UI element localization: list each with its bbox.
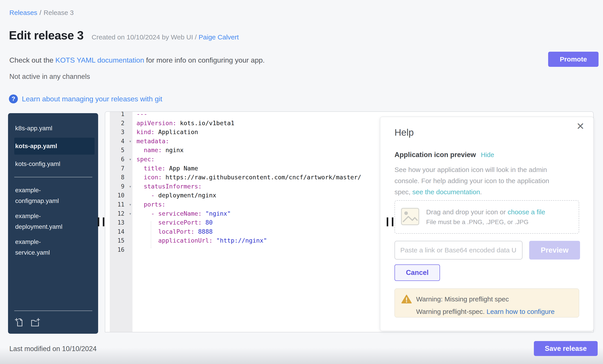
dropzone-requirements: File must be a .PNG, .JPEG, or .JPG — [426, 219, 545, 226]
cancel-button[interactable]: Cancel — [394, 265, 440, 281]
gutter-line: 10 — [110, 191, 132, 200]
gutter-line: 2 — [110, 119, 132, 128]
created-meta: Created on 10/10/2024 by Web UI / Paige … — [92, 33, 239, 41]
gutter-line: 14 — [110, 227, 132, 236]
new-folder-icon — [30, 325, 40, 328]
git-help-row: ? Learn about managing your releases wit… — [9, 94, 162, 103]
close-icon[interactable]: ✕ — [576, 121, 584, 132]
gutter-line: 1 — [110, 111, 132, 119]
gutter-line: 6▾ — [110, 155, 132, 164]
icon-dropzone[interactable]: Drag and drop your icon or choose a file… — [394, 200, 579, 234]
indent-guide — [151, 221, 151, 248]
resize-grip-bar — [392, 217, 393, 226]
resize-grip-bar — [387, 217, 388, 226]
docs-line-before: Check out the — [9, 56, 55, 64]
author-link[interactable]: Paige Calvert — [199, 33, 239, 41]
breadcrumb-current: Release 3 — [44, 9, 74, 16]
fold-arrow-icon[interactable]: ▾ — [129, 137, 132, 146]
gutter-line: 3 — [110, 128, 132, 137]
dropzone-text: Drag and drop your icon or choose a file… — [426, 208, 545, 226]
sidebar-bottom-bar — [14, 310, 92, 334]
gutter-line: 5 — [110, 146, 132, 155]
help-panel: ✕ Help Application icon preview Hide See… — [380, 117, 594, 331]
docs-line-after: for more info on configuring your app. — [144, 56, 265, 64]
icon-preview-title: Application icon preview — [394, 151, 476, 159]
image-placeholder-icon — [401, 208, 419, 226]
preflight-warning-box: Warning: Missing preflight spec Warning … — [394, 288, 579, 318]
file-item-k8s-app.yaml[interactable]: k8s-app.yaml — [8, 121, 98, 136]
gutter-line: 4▾ — [110, 137, 132, 146]
page-title: Edit release 3 — [9, 29, 84, 42]
warning-triangle-icon — [401, 295, 412, 305]
editor-gutter-lines: 1234▾56▾789▾1011▾12▾13141516 — [110, 111, 132, 254]
file-item-example-deployment.yaml[interactable]: example-deployment.yaml — [8, 209, 98, 234]
created-meta-text: Created on 10/10/2024 by Web UI / — [92, 33, 197, 41]
gutter-line: 8 — [110, 173, 132, 182]
gutter-line: 16 — [110, 245, 132, 254]
see-documentation-link[interactable]: see the documentation — [412, 188, 480, 196]
gutter-line: 13 — [110, 218, 132, 227]
fold-arrow-icon[interactable]: ▾ — [129, 209, 132, 218]
channel-status: Not active in any channels — [9, 73, 90, 81]
gutter-line: 9▾ — [110, 182, 132, 191]
file-list-top: k8s-app.yamlkots-app.yamlkots-config.yam… — [8, 121, 98, 172]
file-list-examples: example-configmap.yamlexample-deployment… — [8, 183, 98, 260]
git-releases-link[interactable]: Learn about managing your releases with … — [22, 95, 162, 103]
preview-button[interactable]: Preview — [529, 241, 580, 260]
kots-yaml-docs-link[interactable]: KOTS YAML documentation — [55, 56, 144, 64]
resize-grip-bar — [98, 217, 99, 226]
help-panel-title: Help — [394, 127, 414, 138]
warning-body-text: Warning preflight-spec. — [416, 308, 487, 315]
gutter-line: 11▾ — [110, 200, 132, 209]
file-item-example-service.yaml[interactable]: example-service.yaml — [8, 234, 98, 260]
gutter-line: 15 — [110, 236, 132, 245]
new-folder-button[interactable] — [30, 318, 40, 327]
breadcrumb-separator: / — [39, 9, 41, 16]
resize-grip-bar — [103, 217, 104, 226]
choose-file-link[interactable]: choose a file — [508, 208, 545, 216]
hide-link[interactable]: Hide — [481, 151, 494, 159]
title-row: Edit release 3 Created on 10/10/2024 by … — [9, 29, 239, 42]
gutter-line: 12▾ — [110, 209, 132, 218]
icon-preview-description: See how your application icon will look … — [394, 164, 564, 198]
file-item-kots-app.yaml[interactable]: kots-app.yaml — [14, 138, 94, 154]
fold-arrow-icon[interactable]: ▾ — [129, 155, 132, 164]
page: { "colors": { "accent": "#7370f0", "acce… — [0, 0, 603, 364]
file-item-example-configmap.yaml[interactable]: example-configmap.yaml — [8, 183, 98, 209]
file-tree-divider — [14, 177, 92, 177]
fold-arrow-icon[interactable]: ▾ — [129, 182, 132, 191]
icon-preview-section-header: Application icon preview Hide — [394, 151, 494, 159]
docs-line: Check out the KOTS YAML documentation fo… — [9, 56, 265, 64]
new-file-button[interactable] — [14, 318, 24, 327]
icon-preview-description-period: . — [480, 188, 482, 196]
dropzone-instruction: Drag and drop your icon or — [426, 208, 508, 216]
save-release-button[interactable]: Save release — [534, 341, 598, 356]
icon-url-input[interactable] — [394, 241, 522, 260]
warning-title: Warning: Missing preflight spec — [416, 295, 509, 303]
breadcrumb-releases-link[interactable]: Releases — [9, 9, 37, 16]
file-item-kots-config.yaml[interactable]: kots-config.yaml — [8, 156, 98, 172]
question-mark-icon: ? — [9, 94, 18, 103]
warning-body: Warning preflight-spec. Learn how to con… — [416, 308, 555, 315]
fold-arrow-icon[interactable]: ▾ — [129, 200, 132, 209]
file-tree-sidebar: k8s-app.yamlkots-app.yamlkots-config.yam… — [8, 113, 98, 334]
promote-button[interactable]: Promote — [548, 52, 599, 67]
new-file-icon — [14, 325, 24, 328]
breadcrumb: Releases/Release 3 — [9, 9, 74, 16]
gutter-line: 7 — [110, 164, 132, 173]
learn-how-to-configure-link[interactable]: Learn how to configure — [487, 308, 555, 315]
last-modified-text: Last modified on 10/10/2024 — [9, 345, 97, 353]
